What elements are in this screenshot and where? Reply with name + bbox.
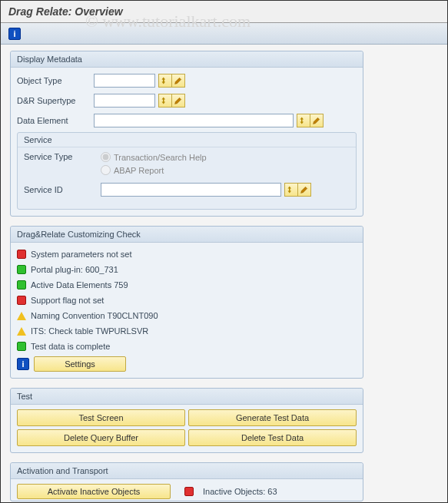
test-group: Test Test Screen Generate Test Data Dele… bbox=[10, 388, 363, 453]
group-title-test: Test bbox=[11, 389, 363, 405]
check-item: Portal plug-in: 600_731 bbox=[17, 263, 357, 276]
status-green-icon bbox=[17, 265, 26, 274]
check-item: Active Data Elements 759 bbox=[17, 278, 357, 292]
display-icon[interactable] bbox=[158, 74, 172, 88]
radio-transaction-label: Transaction/Search Help bbox=[114, 153, 207, 162]
status-yellow-icon bbox=[17, 327, 26, 336]
radio-abap-label: ABAP Report bbox=[114, 166, 164, 175]
radio-abap-input[interactable] bbox=[101, 165, 111, 175]
activate-inactive-button[interactable]: Activate Inactive Objects bbox=[17, 484, 171, 499]
group-title-activation: Activation and Transport bbox=[11, 463, 363, 479]
settings-button[interactable]: Settings bbox=[34, 356, 126, 372]
delete-test-data-button[interactable]: Delete Test Data bbox=[188, 429, 357, 446]
status-red-icon bbox=[184, 487, 194, 496]
check-text: Active Data Elements 759 bbox=[31, 280, 128, 290]
check-item: Support flag not set bbox=[17, 293, 357, 307]
service-type-label: Service Type bbox=[24, 152, 101, 161]
status-green-icon bbox=[17, 280, 26, 290]
group-title-check: Drag&Relate Customizing Check bbox=[11, 227, 363, 243]
check-text: ITS: Check table TWPURLSVR bbox=[31, 326, 148, 336]
display-icon[interactable] bbox=[297, 114, 310, 127]
app-toolbar: i bbox=[1, 23, 447, 45]
service-subgroup: Service Service Type Transaction/Search … bbox=[17, 132, 357, 210]
page-title: Drag Relate: Overview bbox=[1, 1, 447, 23]
check-item: Naming Convention T90CLNT090 bbox=[17, 309, 357, 323]
check-item: ITS: Check table TWPURLSVR bbox=[17, 324, 357, 338]
display-icon[interactable] bbox=[284, 183, 298, 197]
service-id-label: Service ID bbox=[24, 185, 101, 194]
check-text: Naming Convention T90CLNT090 bbox=[31, 311, 158, 320]
generate-test-data-button[interactable]: Generate Test Data bbox=[188, 409, 357, 426]
test-screen-button[interactable]: Test Screen bbox=[17, 409, 185, 426]
status-red-icon bbox=[17, 296, 26, 305]
activation-group: Activation and Transport Activate Inacti… bbox=[10, 462, 363, 501]
status-yellow-icon bbox=[17, 312, 26, 320]
group-title-metadata: Display Metadata bbox=[11, 51, 363, 68]
service-title: Service bbox=[18, 133, 356, 147]
check-text: Test data is complete bbox=[31, 342, 110, 351]
check-item: Test data is complete bbox=[17, 339, 357, 353]
radio-transaction[interactable]: Transaction/Search Help bbox=[101, 152, 207, 162]
radio-abap[interactable]: ABAP Report bbox=[101, 165, 207, 175]
inactive-objects-text: Inactive Objects: 63 bbox=[203, 487, 277, 496]
object-type-input[interactable] bbox=[94, 74, 155, 88]
check-text: Portal plug-in: 600_731 bbox=[31, 265, 118, 274]
info-icon[interactable]: i bbox=[8, 28, 21, 40]
object-type-label: Object Type bbox=[17, 76, 94, 85]
display-icon[interactable] bbox=[158, 94, 172, 108]
edit-icon[interactable] bbox=[171, 94, 185, 108]
check-text: Support flag not set bbox=[31, 296, 104, 305]
info-icon[interactable]: i bbox=[17, 358, 29, 370]
edit-icon[interactable] bbox=[310, 114, 324, 127]
check-item: System parameters not set bbox=[17, 247, 357, 261]
check-text: System parameters not set bbox=[31, 250, 131, 259]
status-red-icon bbox=[17, 250, 26, 259]
delete-query-buffer-button[interactable]: Delete Query Buffer bbox=[17, 429, 185, 446]
dr-supertype-label: D&R Supertype bbox=[17, 96, 94, 105]
customizing-check-group: Drag&Relate Customizing Check System par… bbox=[10, 226, 363, 379]
data-element-label: Data Element bbox=[17, 116, 94, 125]
dr-supertype-input[interactable] bbox=[94, 94, 155, 108]
edit-icon[interactable] bbox=[171, 74, 185, 88]
edit-icon[interactable] bbox=[297, 183, 311, 197]
radio-transaction-input[interactable] bbox=[101, 152, 111, 162]
data-element-input[interactable] bbox=[94, 114, 294, 127]
service-id-input[interactable] bbox=[101, 183, 281, 197]
display-metadata-group: Display Metadata Object Type D&R Superty… bbox=[10, 51, 363, 217]
status-green-icon bbox=[17, 342, 26, 351]
